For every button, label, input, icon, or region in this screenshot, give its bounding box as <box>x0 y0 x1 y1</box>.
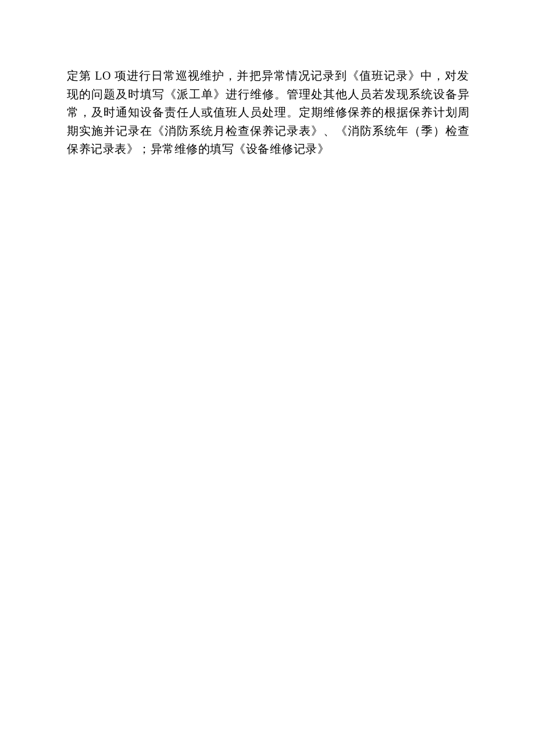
document-paragraph: 定第 LO 项进行日常巡视维护，并把异常情况记录到《值班记录》中，对发现的问题及… <box>67 67 469 159</box>
